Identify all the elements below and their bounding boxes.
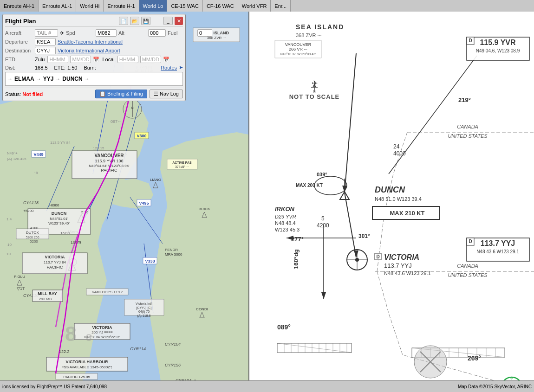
svg-text:N49°10.37' W123°03.43': N49°10.37' W123°03.43' [280, 52, 316, 56]
destination-row: Destination Victoria International Airpo… [5, 47, 183, 54]
departure-code-input[interactable] [35, 38, 56, 45]
flight-plan-panel: Flight Plan 📄 📂 💾 _ ✕ Aircraft ✈ Spd Alt… [2, 14, 186, 101]
svg-text:N49°+: N49°+ [7, 151, 18, 155]
zulu-label: Zulu [35, 57, 45, 62]
svg-text:MAX  210 KT: MAX 210 KT [390, 210, 424, 217]
svg-text:378  AP ···: 378 AP ··· [175, 165, 189, 168]
navlog-icon: ☰ [154, 91, 158, 96]
svg-text:16:00: 16:00 [60, 231, 70, 235]
destination-code-input[interactable] [35, 47, 56, 54]
svg-text:▽17: ▽17 [17, 286, 25, 291]
svg-text:N: N [131, 106, 134, 110]
route-arrow-start: → [7, 76, 13, 82]
tab-ce15-wac[interactable]: CE-15 WAC [167, 0, 203, 12]
svg-text:IRKON: IRKON [275, 206, 295, 212]
svg-text:122.2: 122.2 [59, 349, 70, 354]
tail-input[interactable] [35, 29, 58, 37]
burn-label: Burn: [84, 65, 96, 71]
alt-label: Alt [118, 30, 146, 36]
svg-text:VICTORIA: VICTORIA [45, 255, 65, 259]
svg-text:MILL BAY: MILL BAY [38, 291, 57, 296]
svg-text:LIANO: LIANO [150, 178, 161, 182]
svg-text:293 MB ···: 293 MB ··· [39, 297, 56, 301]
svg-text:✈: ✈ [312, 79, 318, 87]
waypoint-duncn[interactable]: DUNCN [62, 76, 82, 82]
fp-minimize-button[interactable]: _ [163, 17, 173, 25]
tab-enroute-more[interactable]: Enr... [271, 0, 291, 12]
svg-text:✈: ✈ [510, 376, 514, 380]
waypoint-elmaa[interactable]: ELMAA [14, 76, 34, 82]
svg-text:N48 48.4: N48 48.4 [275, 220, 296, 226]
etd-date-zulu-input[interactable] [70, 56, 91, 63]
tab-world-hi[interactable]: World Hi [76, 0, 104, 12]
svg-text:DUNCN: DUNCN [52, 211, 67, 216]
calendar-zulu-icon[interactable]: 📅 [93, 57, 99, 63]
aircraft-row: Aircraft ✈ Spd Alt Fuel [5, 29, 183, 37]
svg-text:266 VR ···: 266 VR ··· [289, 47, 307, 51]
tab-world-lo[interactable]: World Lo [139, 0, 168, 12]
svg-text:NOT TO SCALE: NOT TO SCALE [289, 93, 340, 100]
svg-text:UNITED STATES: UNITED STATES [448, 272, 488, 278]
destination-name-link[interactable]: Victoria International Airport [58, 48, 120, 53]
etd-date-local-input[interactable] [140, 56, 161, 63]
tab-cf16-wac[interactable]: CF-16 WAC [203, 0, 238, 12]
svg-text:+5200: +5200 [23, 209, 34, 213]
svg-text:4000: 4000 [393, 150, 406, 157]
svg-text:1.4: 1.4 [7, 217, 12, 221]
svg-text:5200: 5200 [30, 239, 38, 244]
dist-row: Dist: 168.5 ETE: 1:50 Burn: Routes ➤ [5, 64, 183, 71]
svg-text:D: D [376, 254, 379, 259]
destination-label: Destination [5, 48, 33, 53]
svg-marker-2 [149, 132, 248, 392]
fp-open-button[interactable]: 📂 [130, 17, 139, 25]
svg-text:CYR156: CYR156 [165, 363, 181, 367]
aircraft-label: Aircraft [5, 30, 33, 36]
tab-enroute-ah1[interactable]: Enroute AH-1 [0, 0, 39, 12]
fp-save-button[interactable]: 💾 [141, 17, 150, 25]
svg-text:(A) 118.8: (A) 118.8 [137, 314, 151, 318]
svg-text:V300: V300 [137, 134, 146, 138]
svg-text:D: D [469, 239, 472, 244]
svg-text:CANADA: CANADA [457, 124, 478, 129]
etd-local-input[interactable] [117, 56, 138, 63]
etd-row: ETD Zulu 📅 Local 📅 [5, 56, 183, 63]
etd-zulu-input[interactable] [47, 56, 68, 63]
svg-text:10: 10 [7, 243, 12, 247]
svg-text:(A) 128.425: (A) 128.425 [7, 157, 26, 161]
waypoint-yyj[interactable]: YYJ [43, 76, 54, 82]
calendar-local-icon[interactable]: 📅 [163, 57, 169, 63]
tab-enroute-al1[interactable]: Enroute AL-1 [39, 0, 76, 12]
fp-close-button[interactable]: ✕ [175, 17, 183, 25]
svg-text:113.7 YYJ: 113.7 YYJ [481, 239, 515, 247]
flight-plan-icons: 📄 📂 💾 _ ✕ [119, 17, 183, 25]
navlog-button[interactable]: ☰ Nav Log [150, 90, 183, 98]
svg-text:067←: 067← [111, 119, 122, 124]
status-value: Not filed [22, 91, 43, 97]
svg-text:VICTORIA: VICTORIA [384, 253, 419, 261]
route-box[interactable]: → ELMAA → YYJ → DUNCN → [5, 72, 183, 86]
fuel-input[interactable] [197, 29, 212, 37]
svg-text:FSS AVAILABLE 1345-0530Z†: FSS AVAILABLE 1345-0530Z† [61, 365, 112, 369]
fp-action-buttons: 📋 Briefing & Filing ☰ Nav Log [95, 90, 183, 98]
routes-link[interactable]: Routes [161, 65, 177, 71]
departure-name-link[interactable]: Seattle-Tacoma International [58, 39, 123, 45]
svg-text:PACIFIC 125.85: PACIFIC 125.85 [63, 375, 90, 379]
svg-text:N48 51.0 W123 39.4: N48 51.0 W123 39.4 [375, 196, 422, 202]
svg-text:089°: 089° [277, 323, 291, 331]
status-section: Status: Not filed [5, 91, 43, 97]
svg-text:219°: 219° [458, 96, 471, 103]
local-label: Local [102, 57, 114, 62]
svg-text:SEA ISLAND: SEA ISLAND [296, 23, 344, 31]
briefing-filing-button[interactable]: 📋 Briefing & Filing [95, 90, 147, 98]
svg-text:115.9 YVR 106: 115.9 YVR 106 [95, 159, 124, 163]
chart-svg: CANADA UNITED STATES CANADA UNITED STATE… [249, 12, 534, 392]
svg-text:113.7 YYJ: 113.7 YYJ [384, 262, 412, 269]
tab-world-vfr[interactable]: World VFR [238, 0, 271, 12]
svg-text:8: 8 [86, 332, 91, 343]
fp-new-button[interactable]: 📄 [119, 17, 128, 25]
plane-icon: ✈ [60, 30, 64, 36]
alt-input[interactable] [148, 29, 166, 37]
svg-text:UNITED STATES: UNITED STATES [448, 133, 488, 139]
speed-input[interactable] [96, 29, 117, 37]
tab-enroute-h1[interactable]: Enroute H-1 [104, 0, 139, 12]
